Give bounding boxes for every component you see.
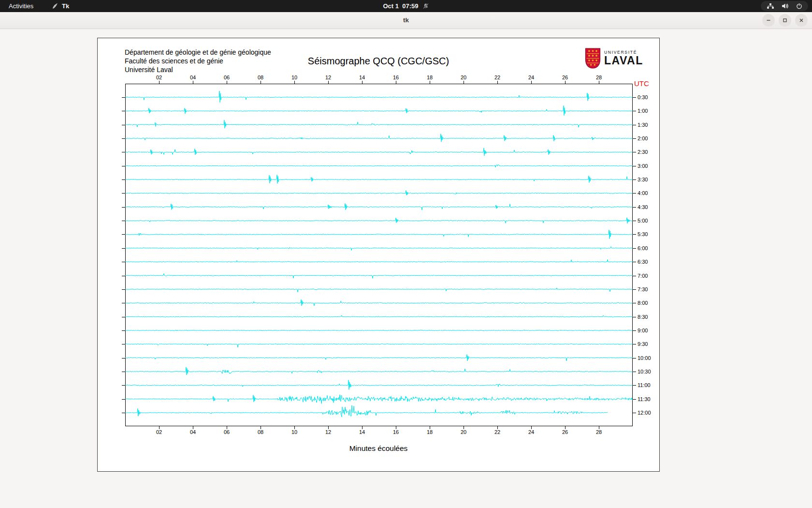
- seismogram-trace: [125, 367, 633, 375]
- x-tick-label: 20: [457, 429, 470, 435]
- seismogram-trace: [125, 395, 633, 404]
- utc-time-label: 12:00: [638, 410, 651, 416]
- trace-tick-left: [122, 372, 125, 372]
- utc-time-label: 8:00: [638, 300, 648, 306]
- trace-tick-left: [122, 207, 125, 208]
- x-tick-mark: [531, 426, 532, 429]
- utc-time-label: 9:30: [638, 341, 648, 347]
- utc-time-label: 2:00: [638, 135, 648, 142]
- utc-time-label: 5:00: [638, 218, 648, 224]
- power-icon: [796, 3, 802, 9]
- system-status-menu[interactable]: [761, 1, 808, 11]
- chart-title: Séismographe QCQ (CGC/GSC): [98, 56, 659, 67]
- x-tick-label: 02: [153, 429, 165, 435]
- x-tick-mark: [159, 426, 160, 429]
- x-tick-label: 20: [457, 75, 470, 80]
- x-axis-title: Minutes écoulées: [98, 444, 659, 453]
- trace-tick-left: [122, 152, 125, 152]
- trace-tick-left: [122, 234, 125, 235]
- seismograph-panel: Département de géologie et de génie géol…: [97, 38, 660, 472]
- utc-time-label: 6:30: [638, 259, 648, 265]
- activities-button[interactable]: Activities: [7, 0, 35, 12]
- seismogram-trace: [125, 134, 633, 142]
- x-tick-label: 04: [187, 429, 199, 435]
- trace-tick-right: [633, 344, 636, 344]
- seismogram-trace: [125, 218, 633, 224]
- x-tick-label: 28: [593, 429, 605, 435]
- volume-icon: [782, 3, 789, 9]
- trace-tick-right: [633, 399, 636, 400]
- trace-tick-right: [633, 317, 636, 317]
- trace-tick-right: [633, 248, 636, 249]
- seismogram-trace: [125, 315, 633, 317]
- trace-tick-left: [122, 262, 125, 262]
- seismogram-trace: [125, 380, 633, 390]
- seismogram-trace: [125, 191, 633, 195]
- trace-tick-right: [633, 207, 636, 208]
- seismogram-trace: [125, 91, 633, 103]
- utc-time-label: 4:00: [638, 190, 648, 196]
- window-titlebar[interactable]: tk: [0, 12, 812, 29]
- utc-time-label: 6:00: [638, 245, 648, 252]
- x-tick-label: 14: [356, 429, 368, 435]
- x-tick-label: 12: [322, 429, 334, 435]
- trace-tick-left: [122, 125, 125, 125]
- focused-app-name: Tk: [62, 2, 69, 10]
- close-button[interactable]: [795, 14, 808, 27]
- x-tick-mark: [227, 426, 227, 429]
- tk-app-icon: [51, 2, 58, 10]
- utc-time-label: 0:30: [638, 94, 648, 101]
- utc-time-label: 10:00: [638, 355, 651, 361]
- trace-tick-right: [633, 138, 636, 139]
- trace-tick-right: [633, 234, 636, 235]
- laval-shield-icon: [585, 48, 601, 69]
- seismogram-trace: [125, 299, 633, 306]
- x-tick-label: 10: [288, 75, 301, 80]
- trace-tick-left: [122, 179, 125, 180]
- utc-time-label: 3:30: [638, 177, 648, 183]
- clock-menu[interactable]: Oct 1 07:59: [383, 0, 429, 12]
- x-tick-mark: [430, 426, 430, 429]
- utc-time-label: 4:30: [638, 204, 648, 210]
- trace-tick-right: [633, 166, 636, 166]
- restore-button[interactable]: [779, 14, 791, 27]
- x-tick-mark: [294, 426, 295, 429]
- minimize-button[interactable]: [762, 14, 775, 27]
- x-tick-label: 06: [220, 429, 233, 435]
- seismogram-trace: [125, 260, 633, 263]
- utc-time-label: 1:30: [638, 122, 648, 128]
- close-icon: [798, 17, 804, 23]
- utc-time-label: 5:30: [638, 231, 648, 238]
- x-tick-mark: [599, 426, 599, 429]
- seismogram-trace: [125, 175, 633, 183]
- trace-tick-left: [122, 399, 125, 400]
- x-tick-label: 24: [525, 75, 537, 80]
- focused-app-menu[interactable]: Tk: [51, 0, 69, 12]
- x-tick-label: 16: [390, 75, 402, 80]
- trace-tick-left: [122, 193, 125, 194]
- trace-tick-right: [633, 413, 636, 413]
- trace-tick-left: [122, 289, 125, 290]
- utc-time-label: 7:30: [638, 286, 648, 293]
- trace-tick-right: [633, 125, 636, 125]
- x-tick-label: 02: [153, 75, 165, 80]
- trace-tick-right: [633, 111, 636, 111]
- seismogram-traces: [125, 84, 633, 426]
- university-logo: UNIVERSITÉ LAVAL: [585, 48, 643, 69]
- utc-time-label: 8:30: [638, 314, 648, 320]
- seismogram-trace: [125, 105, 633, 115]
- utc-axis-label: UTC: [634, 79, 649, 88]
- x-tick-label: 10: [288, 429, 301, 435]
- x-tick-label: 24: [525, 429, 537, 435]
- trace-tick-left: [122, 330, 125, 331]
- trace-tick-left: [122, 344, 125, 344]
- trace-tick-left: [122, 413, 125, 413]
- utc-time-label: 9:00: [638, 328, 648, 334]
- trace-tick-left: [122, 317, 125, 317]
- x-tick-label: 22: [491, 429, 504, 435]
- notifications-muted-icon: [423, 3, 429, 9]
- seismogram-trace: [125, 288, 633, 292]
- clock-label: Oct 1 07:59: [383, 2, 419, 10]
- network-icon: [767, 3, 774, 9]
- x-tick-label: 26: [559, 429, 571, 435]
